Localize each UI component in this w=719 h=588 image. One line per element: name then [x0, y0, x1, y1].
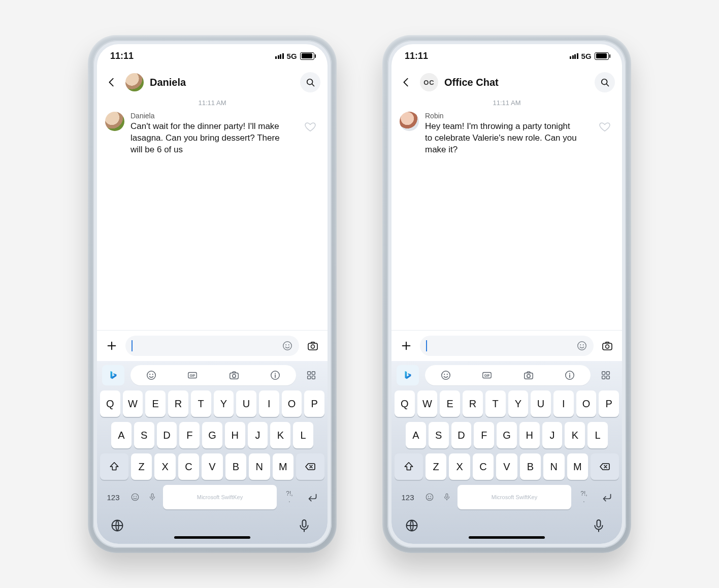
back-button[interactable] [399, 75, 414, 90]
key-r[interactable]: R [463, 390, 483, 417]
key-h[interactable]: H [519, 422, 540, 448]
shift-key[interactable] [395, 453, 423, 480]
key-p[interactable]: P [304, 390, 324, 417]
key-r[interactable]: R [168, 390, 188, 417]
key-u[interactable]: U [236, 390, 256, 417]
numeric-key[interactable]: 123 [397, 493, 419, 502]
key-z[interactable]: Z [131, 453, 152, 480]
gif-icon[interactable] [181, 365, 204, 385]
key-n[interactable]: N [543, 453, 564, 480]
key-o[interactable]: O [576, 390, 597, 417]
key-l[interactable]: L [587, 422, 608, 448]
key-k[interactable]: K [565, 422, 585, 448]
message-input[interactable] [125, 336, 299, 356]
gif-icon[interactable] [476, 365, 498, 385]
camera-button[interactable] [305, 338, 320, 353]
message-input[interactable] [420, 336, 594, 356]
emoji-toggle-icon[interactable] [128, 491, 142, 504]
key-t[interactable]: T [485, 390, 506, 417]
key-j[interactable]: J [542, 422, 563, 448]
add-attachment-button[interactable] [104, 338, 119, 353]
emoji-toggle-icon[interactable] [423, 491, 436, 504]
dictation-icon[interactable] [440, 491, 453, 504]
backspace-key[interactable] [591, 453, 619, 480]
key-z[interactable]: Z [426, 453, 446, 480]
key-c[interactable]: C [473, 453, 494, 480]
key-s[interactable]: S [134, 422, 154, 448]
home-indicator[interactable] [174, 536, 250, 539]
return-key[interactable] [302, 491, 322, 504]
key-a[interactable]: A [406, 422, 426, 448]
key-c[interactable]: C [178, 453, 199, 480]
key-e[interactable]: E [440, 390, 460, 417]
home-indicator[interactable] [469, 536, 545, 539]
camera-icon[interactable] [223, 365, 245, 385]
key-q[interactable]: Q [100, 390, 120, 417]
key-m[interactable]: M [273, 453, 293, 480]
punctuation-key[interactable]: ?!,. [575, 491, 593, 504]
key-t[interactable]: T [191, 390, 211, 417]
key-f[interactable]: F [474, 422, 494, 448]
key-s[interactable]: S [429, 422, 449, 448]
key-v[interactable]: V [496, 453, 517, 480]
key-o[interactable]: O [282, 390, 302, 417]
spacebar-key[interactable]: Microsoft SwiftKey [457, 485, 571, 509]
key-y[interactable]: Y [508, 390, 529, 417]
key-h[interactable]: H [225, 422, 245, 448]
search-button[interactable] [300, 72, 320, 92]
key-f[interactable]: F [179, 422, 200, 448]
key-x[interactable]: X [449, 453, 470, 480]
numeric-key[interactable]: 123 [102, 493, 124, 502]
key-a[interactable]: A [111, 422, 132, 448]
key-l[interactable]: L [293, 422, 313, 448]
key-u[interactable]: U [531, 390, 551, 417]
key-e[interactable]: E [145, 390, 166, 417]
camera-button[interactable] [600, 338, 615, 353]
emoji-icon[interactable] [140, 365, 162, 385]
key-d[interactable]: D [451, 422, 472, 448]
backspace-key[interactable] [296, 453, 324, 480]
search-button[interactable] [595, 72, 615, 92]
emoji-picker-icon[interactable] [282, 340, 293, 351]
emoji-icon[interactable] [435, 365, 457, 385]
key-w[interactable]: W [123, 390, 143, 417]
globe-icon[interactable] [405, 518, 422, 536]
key-i[interactable]: I [553, 390, 574, 417]
bing-icon[interactable] [397, 365, 419, 385]
key-d[interactable]: D [157, 422, 177, 448]
key-b[interactable]: B [225, 453, 246, 480]
key-i[interactable]: I [259, 390, 279, 417]
key-w[interactable]: W [417, 390, 438, 417]
spacebar-key[interactable]: Microsoft SwiftKey [163, 485, 277, 509]
apps-grid-icon[interactable] [300, 365, 322, 385]
key-b[interactable]: B [520, 453, 541, 480]
key-p[interactable]: P [599, 390, 619, 417]
return-key[interactable] [597, 491, 617, 504]
apps-grid-icon[interactable] [595, 365, 617, 385]
emoji-picker-icon[interactable] [576, 340, 587, 351]
add-attachment-button[interactable] [399, 338, 414, 353]
microphone-icon[interactable] [592, 518, 609, 536]
react-button[interactable] [304, 121, 319, 136]
key-k[interactable]: K [270, 422, 290, 448]
key-n[interactable]: N [249, 453, 270, 480]
shift-key[interactable] [100, 453, 128, 480]
globe-icon[interactable] [110, 518, 127, 536]
back-button[interactable] [104, 75, 119, 90]
bing-icon[interactable] [102, 365, 124, 385]
key-v[interactable]: V [202, 453, 222, 480]
key-x[interactable]: X [154, 453, 175, 480]
react-button[interactable] [599, 121, 614, 136]
camera-icon[interactable] [517, 365, 540, 385]
key-g[interactable]: G [497, 422, 517, 448]
info-icon[interactable] [264, 365, 286, 385]
info-icon[interactable] [559, 365, 581, 385]
dictation-icon[interactable] [146, 491, 159, 504]
punctuation-key[interactable]: ?!,. [281, 491, 298, 504]
key-q[interactable]: Q [395, 390, 415, 417]
key-g[interactable]: G [202, 422, 222, 448]
microphone-icon[interactable] [297, 518, 314, 536]
key-m[interactable]: M [567, 453, 588, 480]
key-j[interactable]: J [248, 422, 268, 448]
key-y[interactable]: Y [214, 390, 234, 417]
